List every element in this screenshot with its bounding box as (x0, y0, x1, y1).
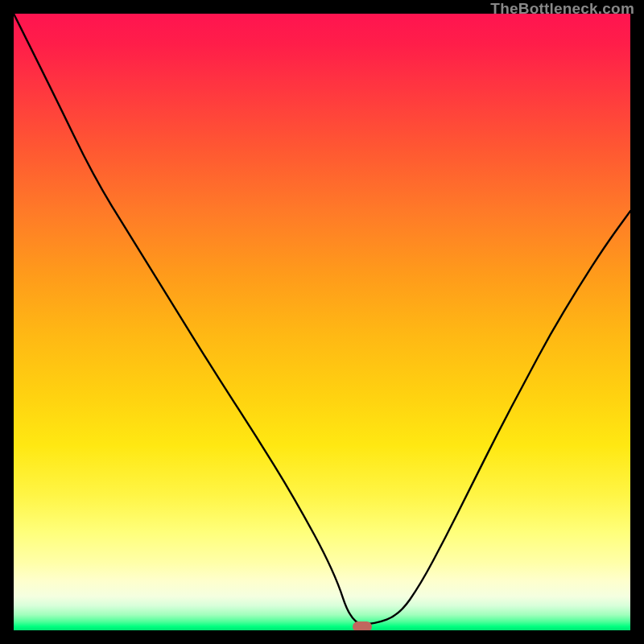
bottleneck-curve (14, 14, 630, 630)
optimal-marker (353, 621, 373, 631)
chart-frame: TheBottleneck.com (0, 0, 644, 644)
plot-area (14, 14, 630, 630)
watermark-text: TheBottleneck.com (490, 0, 634, 18)
